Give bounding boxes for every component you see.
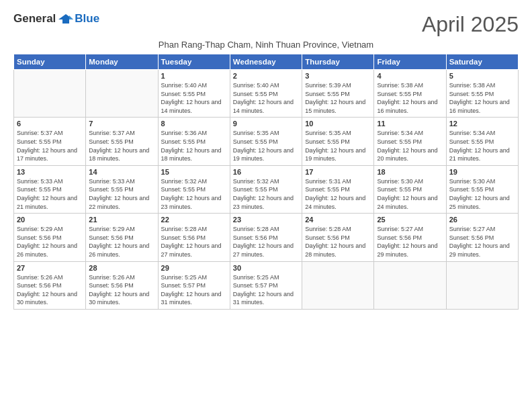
cell-day-info: Sunrise: 5:34 AM Sunset: 5:55 PM Dayligh… (377, 129, 443, 163)
table-row: 23Sunrise: 5:28 AM Sunset: 5:56 PM Dayli… (230, 214, 302, 261)
cell-day-number: 27 (17, 264, 83, 272)
cell-day-info: Sunrise: 5:33 AM Sunset: 5:55 PM Dayligh… (17, 177, 83, 211)
table-row: 13Sunrise: 5:33 AM Sunset: 5:55 PM Dayli… (14, 165, 86, 213)
svg-marker-1 (69, 15, 73, 19)
cell-day-number: 28 (89, 264, 154, 272)
cell-day-number: 6 (17, 120, 83, 128)
cell-day-info: Sunrise: 5:38 AM Sunset: 5:55 PM Dayligh… (377, 81, 443, 115)
cell-day-number: 9 (233, 120, 299, 128)
cell-day-info: Sunrise: 5:27 AM Sunset: 5:56 PM Dayligh… (377, 225, 443, 259)
cell-day-info: Sunrise: 5:33 AM Sunset: 5:55 PM Dayligh… (89, 177, 154, 211)
cell-day-info: Sunrise: 5:35 AM Sunset: 5:55 PM Dayligh… (305, 129, 371, 163)
cell-day-number: 3 (305, 72, 371, 80)
table-row: 27Sunrise: 5:26 AM Sunset: 5:56 PM Dayli… (14, 261, 86, 309)
cell-day-info: Sunrise: 5:31 AM Sunset: 5:55 PM Dayligh… (305, 177, 371, 211)
cell-day-number: 5 (449, 72, 515, 80)
cell-day-info: Sunrise: 5:36 AM Sunset: 5:55 PM Dayligh… (161, 129, 227, 163)
cell-day-info: Sunrise: 5:30 AM Sunset: 5:55 PM Dayligh… (449, 177, 515, 211)
cell-day-info: Sunrise: 5:29 AM Sunset: 5:56 PM Dayligh… (17, 225, 83, 259)
table-row: 21Sunrise: 5:29 AM Sunset: 5:56 PM Dayli… (86, 214, 158, 261)
table-row: 7Sunrise: 5:37 AM Sunset: 5:55 PM Daylig… (86, 118, 158, 165)
cell-day-info: Sunrise: 5:25 AM Sunset: 5:57 PM Dayligh… (161, 273, 227, 307)
table-row: 6Sunrise: 5:37 AM Sunset: 5:55 PM Daylig… (14, 118, 86, 165)
header-sunday: Sunday (14, 54, 86, 70)
cell-day-number: 30 (233, 264, 299, 272)
cell-day-info: Sunrise: 5:40 AM Sunset: 5:55 PM Dayligh… (161, 81, 227, 115)
cell-day-number: 25 (377, 216, 443, 224)
header-thursday: Thursday (302, 54, 374, 70)
table-row: 10Sunrise: 5:35 AM Sunset: 5:55 PM Dayli… (302, 118, 374, 165)
header-wednesday: Wednesday (230, 54, 302, 70)
table-row: 12Sunrise: 5:34 AM Sunset: 5:55 PM Dayli… (446, 118, 518, 165)
cell-day-number: 16 (233, 168, 299, 176)
table-row: 24Sunrise: 5:28 AM Sunset: 5:56 PM Dayli… (302, 214, 374, 261)
cell-day-info: Sunrise: 5:32 AM Sunset: 5:55 PM Dayligh… (233, 177, 299, 211)
header-monday: Monday (86, 54, 158, 70)
cell-day-info: Sunrise: 5:26 AM Sunset: 5:56 PM Dayligh… (89, 273, 154, 307)
table-row: 28Sunrise: 5:26 AM Sunset: 5:56 PM Dayli… (86, 261, 158, 309)
cell-day-info: Sunrise: 5:29 AM Sunset: 5:56 PM Dayligh… (89, 225, 154, 259)
page: General Blue April 2025 Phan Rang-Thap C… (0, 0, 532, 411)
table-row: 5Sunrise: 5:38 AM Sunset: 5:55 PM Daylig… (446, 70, 518, 118)
main-title: April 2025 (422, 12, 519, 37)
table-row (14, 70, 86, 118)
table-row (302, 261, 374, 309)
calendar-week-row: 6Sunrise: 5:37 AM Sunset: 5:55 PM Daylig… (14, 118, 519, 165)
cell-day-number: 14 (89, 168, 154, 176)
cell-day-number: 1 (161, 72, 227, 80)
cell-day-number: 18 (377, 168, 443, 176)
cell-day-number: 4 (377, 72, 443, 80)
cell-day-number: 20 (17, 216, 83, 224)
cell-day-info: Sunrise: 5:26 AM Sunset: 5:56 PM Dayligh… (17, 273, 83, 307)
calendar-week-row: 27Sunrise: 5:26 AM Sunset: 5:56 PM Dayli… (14, 261, 519, 309)
table-row: 19Sunrise: 5:30 AM Sunset: 5:55 PM Dayli… (446, 165, 518, 213)
cell-day-number: 15 (161, 168, 227, 176)
header: General Blue April 2025 (13, 12, 519, 37)
table-row (374, 261, 446, 309)
cell-day-info: Sunrise: 5:34 AM Sunset: 5:55 PM Dayligh… (449, 129, 515, 163)
table-row (446, 261, 518, 309)
table-row: 3Sunrise: 5:39 AM Sunset: 5:55 PM Daylig… (302, 70, 374, 118)
table-row (86, 70, 158, 118)
table-row: 14Sunrise: 5:33 AM Sunset: 5:55 PM Dayli… (86, 165, 158, 213)
cell-day-info: Sunrise: 5:28 AM Sunset: 5:56 PM Dayligh… (161, 225, 227, 259)
cell-day-info: Sunrise: 5:30 AM Sunset: 5:55 PM Dayligh… (377, 177, 443, 211)
table-row: 1Sunrise: 5:40 AM Sunset: 5:55 PM Daylig… (158, 70, 230, 118)
cell-day-number: 29 (161, 264, 227, 272)
cell-day-number: 10 (305, 120, 371, 128)
table-row: 15Sunrise: 5:32 AM Sunset: 5:55 PM Dayli… (158, 165, 230, 213)
cell-day-info: Sunrise: 5:40 AM Sunset: 5:55 PM Dayligh… (233, 81, 299, 115)
subtitle: Phan Rang-Thap Cham, Ninh Thuan Province… (13, 40, 519, 50)
cell-day-info: Sunrise: 5:35 AM Sunset: 5:55 PM Dayligh… (233, 129, 299, 163)
cell-day-info: Sunrise: 5:39 AM Sunset: 5:55 PM Dayligh… (305, 81, 371, 115)
cell-day-number: 12 (449, 120, 515, 128)
cell-day-number: 11 (377, 120, 443, 128)
cell-day-number: 7 (89, 120, 154, 128)
cell-day-number: 8 (161, 120, 227, 128)
cell-day-number: 26 (449, 216, 515, 224)
table-row: 17Sunrise: 5:31 AM Sunset: 5:55 PM Dayli… (302, 165, 374, 213)
cell-day-number: 23 (233, 216, 299, 224)
table-row: 22Sunrise: 5:28 AM Sunset: 5:56 PM Dayli… (158, 214, 230, 261)
calendar-table: Sunday Monday Tuesday Wednesday Thursday… (13, 54, 519, 310)
logo-general-text: General (13, 12, 56, 26)
table-row: 20Sunrise: 5:29 AM Sunset: 5:56 PM Dayli… (14, 214, 86, 261)
logo-blue-text: Blue (75, 12, 99, 26)
table-row: 2Sunrise: 5:40 AM Sunset: 5:55 PM Daylig… (230, 70, 302, 118)
title-section: April 2025 (422, 12, 519, 37)
table-row: 29Sunrise: 5:25 AM Sunset: 5:57 PM Dayli… (158, 261, 230, 309)
table-row: 4Sunrise: 5:38 AM Sunset: 5:55 PM Daylig… (374, 70, 446, 118)
table-row: 25Sunrise: 5:27 AM Sunset: 5:56 PM Dayli… (374, 214, 446, 261)
cell-day-number: 17 (305, 168, 371, 176)
table-row: 30Sunrise: 5:25 AM Sunset: 5:57 PM Dayli… (230, 261, 302, 309)
cell-day-info: Sunrise: 5:37 AM Sunset: 5:55 PM Dayligh… (89, 129, 154, 163)
cell-day-number: 13 (17, 168, 83, 176)
calendar-week-row: 13Sunrise: 5:33 AM Sunset: 5:55 PM Dayli… (14, 165, 519, 213)
header-tuesday: Tuesday (158, 54, 230, 70)
cell-day-number: 2 (233, 72, 299, 80)
calendar-week-row: 20Sunrise: 5:29 AM Sunset: 5:56 PM Dayli… (14, 214, 519, 261)
table-row: 18Sunrise: 5:30 AM Sunset: 5:55 PM Dayli… (374, 165, 446, 213)
logo-bird-icon (58, 13, 73, 25)
cell-day-info: Sunrise: 5:32 AM Sunset: 5:55 PM Dayligh… (161, 177, 227, 211)
cell-day-number: 19 (449, 168, 515, 176)
